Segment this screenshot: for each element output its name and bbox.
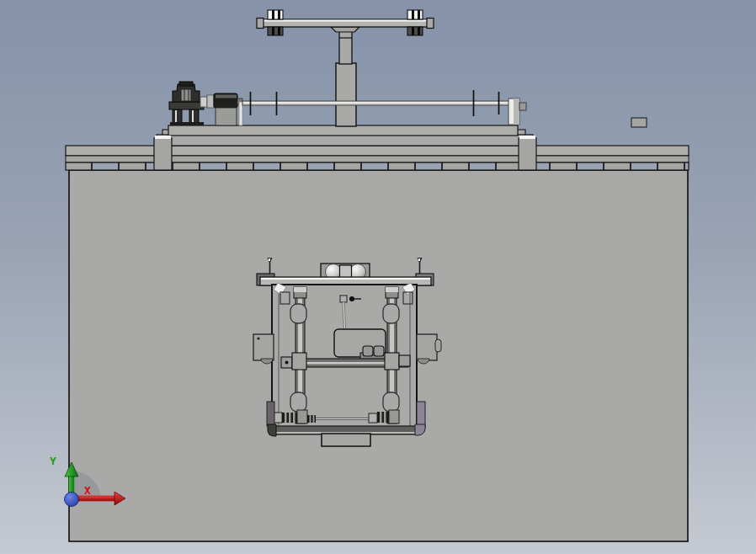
axis-y-label: Y bbox=[50, 455, 56, 467]
support-block-left bbox=[154, 136, 172, 170]
platform-tier-upper bbox=[168, 125, 518, 136]
cad-scene[interactable]: Y X bbox=[0, 0, 756, 554]
fixture-assembly[interactable] bbox=[253, 258, 441, 446]
support-block-far-right bbox=[631, 118, 647, 127]
t-neck bbox=[331, 27, 359, 32]
support-block-right bbox=[519, 136, 536, 170]
origin-sphere bbox=[65, 493, 79, 507]
clamp-tab-lower-left bbox=[290, 392, 306, 412]
clamp-tab-upper-left bbox=[290, 304, 306, 323]
knurled-adjuster bbox=[307, 415, 316, 423]
platform-tier-lower bbox=[157, 135, 533, 146]
column-lower bbox=[336, 63, 356, 126]
column-upper bbox=[339, 30, 352, 64]
side-mount-left bbox=[253, 334, 274, 364]
cad-viewport[interactable]: Y X bbox=[0, 0, 756, 554]
clamp-tab-upper-right bbox=[383, 304, 399, 323]
clamp-tab-lower-right bbox=[383, 392, 399, 412]
axis-x-label: X bbox=[84, 484, 91, 497]
fixture-bottom-tab bbox=[322, 434, 370, 446]
shaft-coupling bbox=[200, 95, 214, 108]
